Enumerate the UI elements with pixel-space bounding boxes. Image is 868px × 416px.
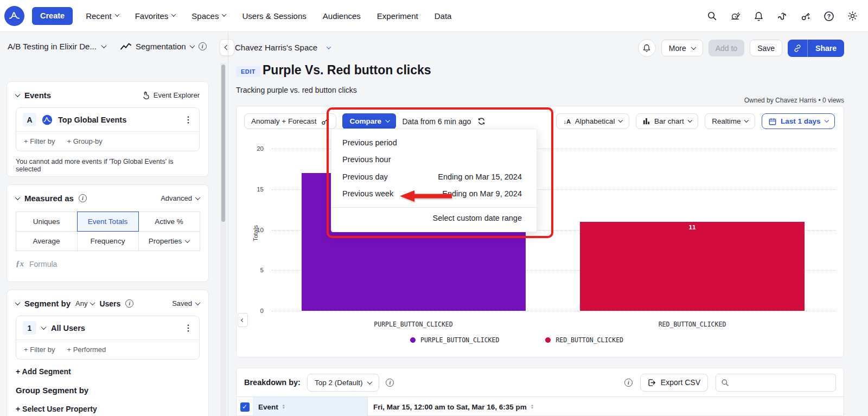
- create-button[interactable]: Create: [32, 7, 73, 25]
- export-csv-button[interactable]: Export CSV: [640, 374, 708, 392]
- date-range-dropdown[interactable]: Last 1 days: [762, 113, 835, 129]
- analysis-type-selector[interactable]: Segmentation i: [120, 42, 207, 51]
- event-row[interactable]: A Top Global Events ⋮: [16, 108, 199, 131]
- compare-dropdown-menu: Previous period Previous hour Previous d…: [331, 129, 537, 232]
- share-button[interactable]: Share: [808, 40, 844, 57]
- table-search-box[interactable]: [716, 374, 836, 392]
- sort-icon[interactable]: ▲▼: [531, 404, 534, 409]
- amplitude-logo-icon[interactable]: [4, 6, 24, 26]
- notifications-bell-icon[interactable]: [754, 11, 764, 22]
- option-frequency[interactable]: Frequency: [77, 231, 139, 251]
- chart-type-dropdown[interactable]: Bar chart: [636, 113, 698, 129]
- info-icon[interactable]: i: [624, 379, 633, 387]
- help-icon[interactable]: ?: [824, 11, 834, 22]
- search-icon[interactable]: [707, 11, 717, 21]
- table-header-date-range[interactable]: Fri, Mar 15, 12:00 am to Sat, Mar 16, 6:…: [368, 397, 844, 416]
- share-split-button[interactable]: Share: [788, 40, 844, 57]
- option-active-pct[interactable]: Active %: [138, 212, 200, 232]
- collapse-sidebar-button[interactable]: [220, 39, 234, 56]
- chevron-down-icon: [101, 43, 107, 48]
- option-properties[interactable]: Properties: [138, 231, 200, 251]
- sidebar-scrollbar-thumb[interactable]: [221, 65, 225, 222]
- info-icon[interactable]: i: [79, 194, 87, 202]
- formula-fx-icon: ƒx: [16, 259, 24, 268]
- realtime-dropdown[interactable]: Realtime: [705, 113, 755, 129]
- option-event-totals[interactable]: Event Totals: [77, 212, 139, 232]
- subscribe-bell-button[interactable]: [638, 39, 656, 57]
- chevron-down-icon[interactable]: [41, 324, 47, 330]
- bar-red-button-clicked[interactable]: 11: [580, 222, 805, 311]
- space-selector[interactable]: Chavez Harris's Space: [235, 43, 330, 52]
- legend-item-red[interactable]: RED_BUTTON_CLICKED: [545, 336, 623, 344]
- segment-add-performed-button[interactable]: + Performed: [67, 345, 106, 354]
- segment-by-title: Segment by: [24, 299, 71, 308]
- journeys-path-icon[interactable]: [776, 11, 788, 21]
- nav-experiment[interactable]: Experiment: [377, 11, 418, 21]
- saved-dropdown[interactable]: Saved: [172, 299, 200, 308]
- top-nav: Create Recent Favorites Spaces Users & S…: [0, 0, 868, 32]
- info-icon[interactable]: i: [125, 299, 133, 308]
- collapse-panel-button[interactable]: [238, 313, 248, 327]
- menu-item-custom-date-range[interactable]: Select custom date range: [331, 208, 537, 228]
- page-title[interactable]: Purple Vs. Red button clicks: [263, 63, 431, 78]
- copy-link-icon[interactable]: [788, 40, 808, 57]
- segment-row[interactable]: 1 All Users ⋮: [16, 316, 199, 340]
- compare-button[interactable]: Compare: [342, 113, 396, 129]
- info-icon[interactable]: i: [386, 379, 394, 387]
- chevron-down-icon: [691, 44, 696, 50]
- chart-header-bar: A/B Testing in Elixir De... Segmentation…: [0, 32, 868, 63]
- select-user-property-button[interactable]: + Select User Property: [16, 399, 200, 416]
- collapse-measured-chevron[interactable]: [15, 195, 21, 200]
- add-groupby-button[interactable]: + Group-by: [67, 137, 102, 145]
- nav-spaces[interactable]: Spaces: [192, 11, 226, 21]
- menu-item-previous-period[interactable]: Previous period: [331, 134, 537, 151]
- menu-item-previous-week[interactable]: Previous weekEnding on Mar 9, 2024: [331, 185, 537, 203]
- add-to-button[interactable]: Add to: [709, 40, 744, 56]
- info-icon[interactable]: i: [199, 42, 207, 50]
- nav-audiences[interactable]: Audiences: [323, 11, 361, 21]
- segment-add-filter-button[interactable]: + Filter by: [24, 345, 55, 354]
- segment-options-kebab-icon[interactable]: ⋮: [184, 324, 193, 332]
- whats-new-snail-icon[interactable]: [730, 10, 741, 22]
- select-all-checkbox[interactable]: ✓: [240, 402, 250, 412]
- nav-recent[interactable]: Recent: [86, 11, 119, 21]
- menu-item-previous-day[interactable]: Previous dayEnding on Mar 15, 2024: [331, 168, 537, 185]
- legend-item-purple[interactable]: PURPLE_BUTTON_CLICKED: [410, 336, 499, 344]
- chart-legend: PURPLE_BUTTON_CLICKED RED_BUTTON_CLICKED: [410, 336, 623, 344]
- y-tick: 5: [242, 267, 264, 273]
- breakdown-section: Breakdown by: Top 2 (Default) i i Export…: [236, 368, 844, 416]
- events-panel: Events Event Explorer A Top Global Event…: [7, 81, 209, 177]
- table-header-row: ✓ Event ▲▼ Fri, Mar 15, 12:00 am to Sat,…: [237, 396, 844, 416]
- option-average[interactable]: Average: [16, 231, 78, 251]
- table-header-event[interactable]: Event ▲▼: [253, 397, 368, 416]
- y-tick: 20: [242, 145, 264, 152]
- table-search-input[interactable]: [733, 379, 831, 387]
- ai-key-icon[interactable]: [800, 11, 811, 22]
- more-button[interactable]: More: [661, 40, 703, 56]
- nav-users-sessions[interactable]: Users & Sessions: [242, 11, 306, 21]
- collapse-segment-chevron[interactable]: [15, 300, 21, 305]
- event-explorer-link[interactable]: Event Explorer: [142, 91, 200, 100]
- event-options-kebab-icon[interactable]: ⋮: [184, 116, 193, 124]
- anomaly-forecast-button[interactable]: Anomaly + Forecast: [244, 113, 336, 129]
- advanced-dropdown[interactable]: Advanced: [161, 194, 200, 202]
- segment-any-dropdown[interactable]: Any: [75, 299, 94, 308]
- formula-button[interactable]: ƒx Formula: [7, 251, 208, 277]
- refresh-icon[interactable]: [477, 117, 486, 126]
- save-button[interactable]: Save: [750, 40, 782, 56]
- settings-gear-icon[interactable]: [847, 10, 858, 22]
- breakdown-top-dropdown[interactable]: Top 2 (Default): [307, 374, 380, 392]
- add-filter-button[interactable]: + Filter by: [24, 137, 55, 145]
- nav-favorites[interactable]: Favorites: [135, 11, 176, 21]
- option-uniques[interactable]: Uniques: [16, 212, 78, 232]
- page-subtitle[interactable]: Tracking purple vs. red button clicks: [236, 86, 357, 94]
- project-selector[interactable]: A/B Testing in Elixir De...: [8, 42, 106, 51]
- add-segment-button[interactable]: + Add Segment: [16, 362, 200, 381]
- sort-dropdown[interactable]: ↓A Alphabetical: [556, 113, 629, 129]
- sort-icon[interactable]: ▲▼: [282, 404, 285, 409]
- edit-badge[interactable]: EDIT: [236, 66, 260, 77]
- menu-item-previous-hour[interactable]: Previous hour: [331, 151, 537, 169]
- search-icon: [721, 379, 729, 387]
- nav-data[interactable]: Data: [435, 11, 452, 21]
- collapse-events-chevron[interactable]: [15, 92, 21, 97]
